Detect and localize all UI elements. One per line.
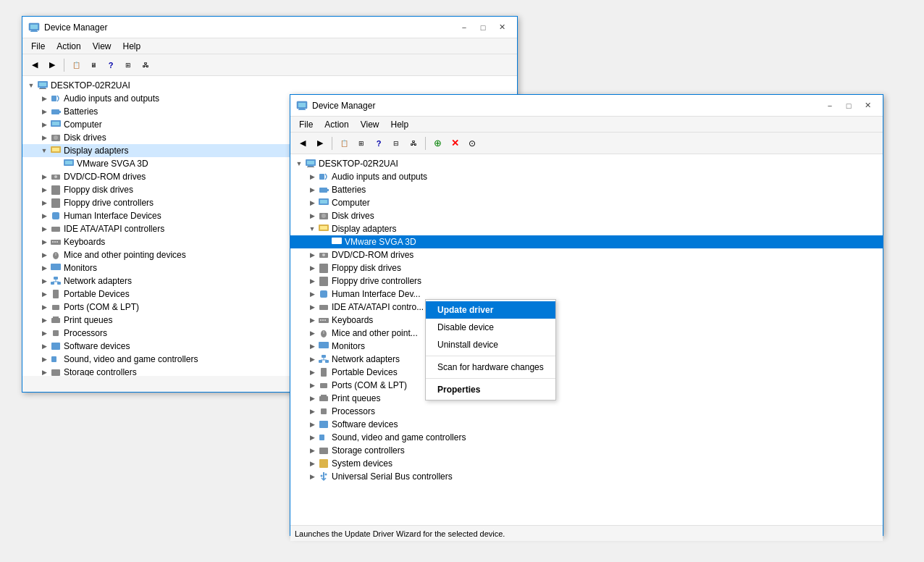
menu-file-2[interactable]: File bbox=[293, 118, 319, 131]
tree-audio-2[interactable]: ▶ Audio inputs and outputs bbox=[290, 170, 883, 183]
tree-vmware-2[interactable]: ▶ VMware SVGA 3D bbox=[290, 235, 883, 248]
tree-dvd-2[interactable]: ▶ DVD/CD-ROM drives bbox=[290, 248, 883, 261]
svg-rect-87 bbox=[321, 368, 327, 377]
expand-icon-root-1: ▼ bbox=[25, 80, 37, 91]
menu-view-2[interactable]: View bbox=[355, 118, 385, 131]
tree-sound-2[interactable]: ▶ Sound, video and game controllers bbox=[290, 431, 883, 444]
svg-rect-2 bbox=[31, 30, 37, 31]
svg-rect-52 bbox=[298, 109, 306, 110]
remove-btn-2[interactable]: ✕ bbox=[447, 135, 463, 151]
minimize-btn-1[interactable]: − bbox=[455, 20, 474, 35]
context-menu: Update driver Disable device Uninstall d… bbox=[425, 299, 556, 400]
menu-action-1[interactable]: Action bbox=[51, 40, 86, 53]
svg-rect-26 bbox=[52, 241, 54, 243]
device-mgr-btn-1[interactable]: 🖥 bbox=[85, 57, 101, 73]
svg-point-69 bbox=[322, 253, 325, 256]
back-btn-2[interactable]: ◀ bbox=[295, 135, 311, 151]
scan-btn-1[interactable]: ⊞ bbox=[120, 57, 136, 73]
tree-usb-2[interactable]: ▶ Universal Serial Bus controllers bbox=[290, 470, 883, 483]
svg-rect-38 bbox=[53, 290, 59, 298]
tree-hid-2[interactable]: ▶ Human Interface Dev... bbox=[290, 288, 883, 301]
tree-storage-2[interactable]: ▶ Storage controllers bbox=[290, 444, 883, 457]
svg-rect-61 bbox=[320, 200, 327, 204]
tree-network-2[interactable]: ▶ Network adapters bbox=[290, 353, 883, 366]
tree-computer-2[interactable]: ▶ Computer bbox=[290, 196, 883, 209]
context-uninstall-device[interactable]: Uninstall device bbox=[426, 336, 555, 353]
tree-floppy-ctrl-2[interactable]: ▶ Floppy drive controllers bbox=[290, 274, 883, 288]
svg-rect-34 bbox=[57, 282, 61, 285]
svg-rect-58 bbox=[319, 188, 327, 193]
svg-rect-56 bbox=[307, 167, 314, 167]
svg-rect-77 bbox=[324, 319, 326, 321]
tree-batteries-2[interactable]: ▶ Batteries bbox=[290, 183, 883, 196]
help-btn-2[interactable]: ? bbox=[371, 135, 387, 151]
tree-display-2[interactable]: ▼ Display adapters bbox=[290, 222, 883, 235]
tree-disk-2[interactable]: ▶ Disk drives bbox=[290, 209, 883, 222]
close-btn-1[interactable]: ✕ bbox=[492, 20, 511, 35]
menu-bar-2: File Action View Help bbox=[290, 117, 883, 133]
minimize-btn-2[interactable]: − bbox=[820, 98, 839, 113]
tree-monitors-2[interactable]: ▶ Monitors bbox=[290, 340, 883, 353]
view-btn-2[interactable]: 🖧 bbox=[406, 135, 421, 151]
forward-btn-1[interactable]: ▶ bbox=[44, 57, 60, 73]
tree-print-2[interactable]: ▶ Print queues bbox=[290, 392, 883, 405]
window-icon-1 bbox=[28, 22, 40, 33]
tree-mice-2[interactable]: ▶ Mice and other point... bbox=[290, 327, 883, 340]
window-icon-2 bbox=[296, 100, 308, 112]
tree-root-2[interactable]: ▼ DESKTOP-02R2UAI bbox=[290, 157, 883, 170]
device-manager-window-2[interactable]: Device Manager − □ ✕ File Action View He… bbox=[290, 94, 883, 536]
tree-processors-2[interactable]: ▶ Processors bbox=[290, 405, 883, 418]
refresh-btn-2[interactable]: ⊙ bbox=[464, 135, 480, 151]
help-btn-1[interactable]: ? bbox=[103, 57, 119, 73]
maximize-btn-1[interactable]: □ bbox=[474, 20, 492, 35]
back-btn-1[interactable]: ◀ bbox=[27, 57, 43, 73]
svg-rect-94 bbox=[319, 448, 328, 454]
context-disable-device[interactable]: Disable device bbox=[426, 319, 555, 336]
menu-file-1[interactable]: File bbox=[25, 40, 51, 53]
tree-root-1[interactable]: ▼ DESKTOP-02R2UAI bbox=[22, 79, 517, 92]
title-text-2: Device Manager bbox=[312, 101, 375, 111]
view-btn-1[interactable]: 🖧 bbox=[138, 57, 154, 73]
forward-btn-2[interactable]: ▶ bbox=[312, 135, 328, 151]
svg-rect-24 bbox=[51, 227, 60, 232]
properties-btn-2[interactable]: 📋 bbox=[336, 135, 352, 151]
title-bar-1: Device Manager − □ ✕ bbox=[22, 17, 517, 38]
svg-rect-72 bbox=[320, 290, 327, 298]
tree-portable-2[interactable]: ▶ Portable Devices bbox=[290, 366, 883, 379]
context-update-driver[interactable]: Update driver bbox=[426, 301, 555, 319]
menu-help-2[interactable]: Help bbox=[385, 118, 415, 131]
tree-floppy-2[interactable]: ▶ Floppy disk drives bbox=[290, 261, 883, 274]
menu-view-1[interactable]: View bbox=[87, 40, 117, 53]
svg-rect-9 bbox=[51, 109, 59, 114]
tree-ide-2[interactable]: ▶ IDE ATA/ATAPI contro... bbox=[290, 301, 883, 314]
maximize-btn-2[interactable]: □ bbox=[839, 98, 858, 113]
context-properties[interactable]: Properties bbox=[426, 381, 555, 398]
svg-rect-31 bbox=[51, 264, 61, 270]
device-mgr-btn-2[interactable]: ⊞ bbox=[353, 135, 369, 151]
add-device-btn-2[interactable]: ⊕ bbox=[429, 135, 445, 151]
svg-rect-32 bbox=[54, 277, 58, 280]
svg-rect-45 bbox=[51, 369, 60, 376]
svg-rect-5 bbox=[39, 83, 46, 86]
tree-keyboards-2[interactable]: ▶ Keyboards bbox=[290, 314, 883, 327]
svg-rect-33 bbox=[51, 282, 54, 285]
properties-btn-1[interactable]: 📋 bbox=[68, 57, 84, 73]
svg-rect-75 bbox=[320, 319, 322, 321]
context-sep-1 bbox=[426, 356, 555, 356]
close-btn-2[interactable]: ✕ bbox=[858, 98, 877, 113]
svg-rect-42 bbox=[53, 330, 59, 336]
svg-rect-21 bbox=[51, 185, 60, 195]
svg-rect-40 bbox=[51, 318, 60, 323]
svg-rect-44 bbox=[51, 356, 56, 362]
menu-help-1[interactable]: Help bbox=[117, 40, 147, 53]
svg-rect-8 bbox=[51, 96, 56, 101]
menu-action-2[interactable]: Action bbox=[319, 118, 354, 131]
toolbar-1: ◀ ▶ 📋 🖥 ? ⊞ 🖧 bbox=[22, 54, 517, 76]
tree-system-2[interactable]: ▶ System devices bbox=[290, 457, 883, 470]
svg-rect-57 bbox=[319, 174, 324, 180]
tree-software-2[interactable]: ▶ Software devices bbox=[290, 418, 883, 431]
context-scan-hardware[interactable]: Scan for hardware changes bbox=[426, 358, 555, 376]
tree-ports-2[interactable]: ▶ Ports (COM & LPT) bbox=[290, 379, 883, 392]
svg-rect-70 bbox=[319, 264, 328, 273]
scan-btn-2[interactable]: ⊟ bbox=[388, 135, 404, 151]
